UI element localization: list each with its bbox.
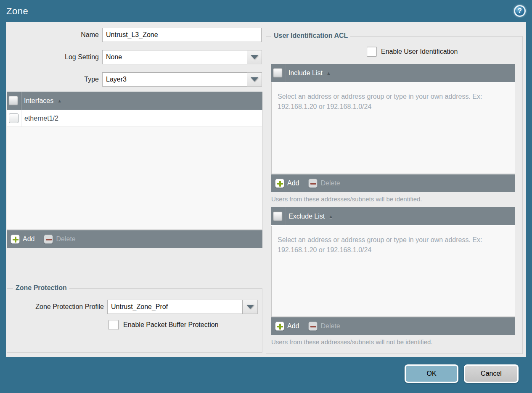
include-list-column-header[interactable]: Include List bbox=[288, 69, 323, 77]
delete-icon bbox=[44, 235, 53, 244]
zone-protection-profile-dropdown-button[interactable] bbox=[243, 300, 258, 314]
exclude-list-header[interactable]: Exclude List ▲ bbox=[271, 207, 515, 226]
row-checkbox[interactable] bbox=[9, 113, 19, 123]
exclude-select-all-checkbox[interactable] bbox=[273, 211, 283, 221]
table-row[interactable]: ethernet1/2 bbox=[7, 110, 262, 127]
help-icon[interactable]: ? bbox=[514, 5, 526, 17]
include-list-table: Include List ▲ Select an address or addr… bbox=[271, 64, 515, 192]
column-divider bbox=[21, 92, 21, 110]
user-identification-acl-legend: User Identification ACL bbox=[271, 32, 350, 40]
zone-protection-profile-input[interactable] bbox=[107, 300, 243, 314]
exclude-list-footer: Add Delete bbox=[271, 317, 515, 335]
type-dropdown-button[interactable] bbox=[247, 72, 262, 87]
zone-protection-profile-label: Zone Protection Profile bbox=[6, 300, 104, 314]
chevron-down-icon bbox=[251, 55, 258, 59]
zone-dialog: Zone ? Name Log Setting Type Interfaces … bbox=[0, 0, 532, 393]
interfaces-table-body: ethernet1/2 bbox=[7, 110, 262, 230]
type-input[interactable] bbox=[102, 72, 247, 87]
interfaces-add-button[interactable]: Add bbox=[11, 235, 34, 244]
exclude-list-column-header[interactable]: Exclude List bbox=[288, 213, 325, 220]
chevron-down-icon bbox=[251, 77, 258, 82]
add-icon bbox=[275, 179, 284, 188]
chevron-down-icon bbox=[246, 305, 254, 309]
type-label: Type bbox=[6, 72, 99, 87]
column-divider bbox=[285, 207, 286, 225]
sort-asc-icon: ▲ bbox=[57, 98, 62, 103]
include-list-caption: Users from these addresses/subnets will … bbox=[271, 195, 422, 203]
interfaces-select-all-checkbox[interactable] bbox=[8, 96, 18, 106]
include-list-body[interactable]: Select an address or address group or ty… bbox=[271, 82, 515, 174]
exclude-list-table: Exclude List ▲ Select an address or addr… bbox=[271, 207, 515, 335]
log-setting-dropdown-button[interactable] bbox=[247, 50, 262, 64]
interface-name: ethernet1/2 bbox=[24, 115, 58, 122]
enable-user-identification-label: Enable User Identification bbox=[381, 47, 458, 57]
interfaces-delete-button[interactable]: Delete bbox=[44, 235, 75, 244]
interfaces-table-footer: Add Delete bbox=[7, 230, 262, 248]
include-delete-button[interactable]: Delete bbox=[308, 179, 340, 188]
log-setting-input[interactable] bbox=[102, 50, 247, 64]
exclude-list-placeholder: Select an address or address group or ty… bbox=[278, 235, 500, 255]
log-setting-label: Log Setting bbox=[6, 50, 99, 64]
exclude-delete-button[interactable]: Delete bbox=[308, 322, 340, 331]
interfaces-column-header[interactable]: Interfaces bbox=[24, 97, 53, 105]
exclude-list-body[interactable]: Select an address or address group or ty… bbox=[271, 226, 515, 317]
sort-asc-icon: ▲ bbox=[326, 71, 331, 76]
include-list-footer: Add Delete bbox=[271, 174, 515, 192]
title-bar: Zone ? bbox=[0, 0, 532, 22]
interfaces-table-header[interactable]: Interfaces ▲ bbox=[7, 92, 262, 110]
include-list-header[interactable]: Include List ▲ bbox=[271, 64, 515, 82]
include-list-placeholder: Select an address or address group or ty… bbox=[278, 92, 500, 112]
enable-user-identification-checkbox[interactable] bbox=[367, 47, 377, 57]
exclude-list-caption: Users from these addresses/subnets will … bbox=[271, 338, 433, 346]
zone-protection-legend: Zone Protection bbox=[13, 284, 69, 292]
cancel-button[interactable]: Cancel bbox=[464, 364, 519, 383]
include-add-button[interactable]: Add bbox=[275, 179, 299, 188]
sort-asc-icon: ▲ bbox=[328, 214, 333, 219]
delete-icon bbox=[308, 322, 318, 331]
exclude-add-button[interactable]: Add bbox=[275, 322, 299, 331]
ok-button[interactable]: OK bbox=[405, 364, 458, 383]
column-divider bbox=[21, 110, 21, 127]
include-select-all-checkbox[interactable] bbox=[273, 68, 283, 78]
name-input[interactable] bbox=[102, 28, 262, 42]
dialog-body: Name Log Setting Type Interfaces ▲ bbox=[6, 22, 526, 357]
delete-icon bbox=[308, 179, 318, 188]
packet-buffer-protection-label: Enable Packet Buffer Protection bbox=[123, 320, 219, 330]
interfaces-table: Interfaces ▲ ethernet1/2 Add Delete bbox=[7, 92, 262, 248]
packet-buffer-protection-checkbox[interactable] bbox=[109, 320, 119, 330]
dialog-title: Zone bbox=[6, 6, 28, 17]
add-icon bbox=[275, 322, 284, 331]
add-icon bbox=[11, 235, 20, 244]
name-label: Name bbox=[6, 28, 99, 42]
column-divider bbox=[285, 64, 286, 82]
